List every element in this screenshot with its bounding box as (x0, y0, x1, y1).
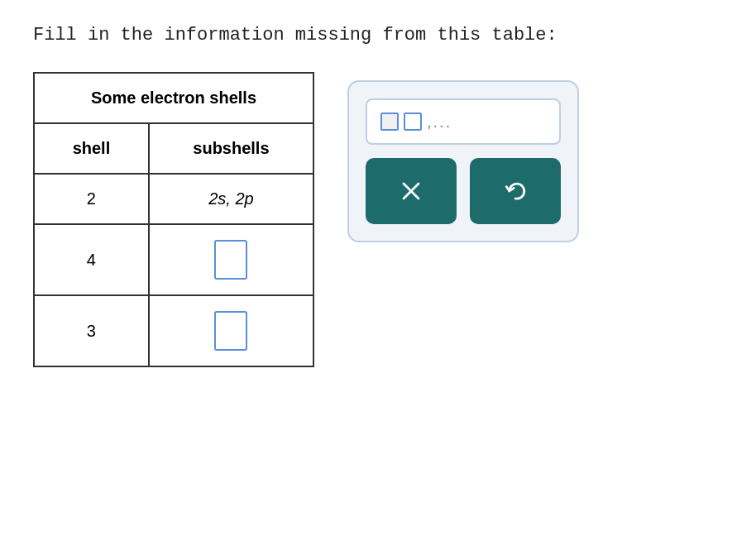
cell-shell-2: 2 (34, 174, 149, 224)
table-row: 4 (34, 224, 313, 295)
col-header-shell: shell (34, 123, 149, 174)
table-row: 2 2s, 2p (34, 174, 313, 224)
subshells-input-3[interactable] (214, 311, 247, 351)
col-header-subshells: subshells (149, 123, 313, 174)
instruction-text: Fill in the information missing from thi… (33, 25, 723, 45)
undo-button[interactable] (470, 158, 561, 224)
content-area: Some electron shells shell subshells 2 2… (33, 72, 723, 367)
table-row: 3 (34, 295, 313, 366)
cell-shell-3: 3 (34, 295, 149, 366)
x-icon (396, 176, 426, 206)
cell-subshells-2: 2s, 2p (149, 174, 313, 224)
subshells-input-4[interactable] (214, 240, 247, 280)
preview-dots: ,... (427, 112, 452, 132)
electron-shells-table: Some electron shells shell subshells 2 2… (33, 72, 314, 367)
preview-square-filled (380, 112, 399, 131)
button-row (366, 158, 561, 224)
clear-button[interactable] (366, 158, 457, 224)
undo-icon (500, 176, 530, 206)
preview-square-empty (404, 112, 422, 131)
cell-subshells-4-input[interactable] (149, 224, 313, 295)
cell-shell-4: 4 (34, 224, 149, 295)
answer-preview-area: ,... (366, 98, 561, 145)
answer-panel: ,... (347, 80, 579, 242)
table-title: Some electron shells (34, 73, 313, 123)
cell-subshells-3-input[interactable] (149, 295, 313, 366)
